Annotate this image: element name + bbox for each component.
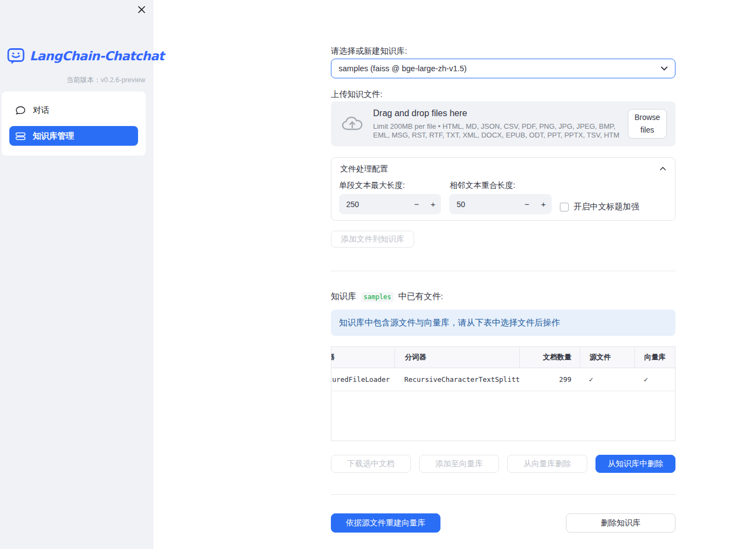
plus-button[interactable]: + (425, 199, 441, 209)
delete-from-kb-button[interactable]: 从知识库中删除 (595, 455, 675, 473)
cloud-upload-icon (341, 115, 364, 133)
chevron-down-icon (661, 66, 668, 71)
cell-source-file-check[interactable]: ✓ (580, 368, 634, 391)
divider (331, 494, 675, 495)
overlap-field: 相邻文本重合长度: 50 − + (449, 180, 551, 214)
column-header-splitter[interactable]: 分词器 (394, 347, 519, 368)
info-text: 知识库中包含源文件与向量库，请从下表中选择文件后操作 (339, 317, 560, 329)
kb-select-label: 请选择或新建知识库: (331, 45, 675, 56)
cell-loader[interactable]: UnstructuredFileLoader (331, 368, 394, 391)
sidebar: LangChain-Chatchat 当前版本：v0.2.6-preview 对… (0, 0, 153, 549)
minus-button[interactable]: − (408, 199, 425, 209)
app-logo: LangChain-Chatchat (7, 47, 164, 65)
dropzone-limit-text: Limit 200MB per file • HTML, MD, JSON, C… (373, 122, 628, 140)
cell-vector-store-check[interactable]: ✓ (634, 368, 675, 391)
kb-actions-row: 依据源文件重建向量库 删除知识库 (331, 513, 675, 533)
chat-bubble-icon (15, 105, 26, 116)
sidebar-item-label: 对话 (33, 105, 49, 116)
dropzone-title: Drag and drop files here (373, 108, 628, 118)
delete-from-vector-store-button[interactable]: 从向量库删除 (507, 455, 587, 473)
zh-title-checkbox[interactable] (560, 203, 569, 211)
file-config-expander: 文件处理配置 单段文本最大长度: 250 − + 相邻文本重合长度: 50 (331, 157, 675, 221)
expander-header[interactable]: 文件处理配置 (331, 158, 675, 180)
minus-button[interactable]: − (519, 199, 535, 209)
file-dropzone[interactable]: Drag and drop files here Limit 200MB per… (331, 101, 675, 146)
file-actions-row: 下载选中文档 添加至向量库 从向量库删除 从知识库中删除 (331, 455, 675, 473)
zh-title-checkbox-label: 开启中文标题加强 (574, 202, 639, 212)
sidebar-close-button[interactable] (136, 4, 146, 14)
browse-files-button[interactable]: Browse files (628, 109, 667, 139)
upload-label: 上传知识文件: (331, 89, 675, 100)
column-header-loader[interactable]: 文档加载器 (331, 347, 394, 368)
cell-doc-count[interactable]: 299 (519, 368, 580, 391)
main-content: 请选择或新建知识库: samples (faiss @ bge-large-zh… (331, 0, 675, 533)
kb-select[interactable]: samples (faiss @ bge-large-zh-v1.5) (331, 59, 675, 78)
close-icon (138, 5, 146, 14)
expander-title: 文件处理配置 (340, 164, 388, 174)
chevron-up-icon (660, 167, 666, 171)
overlap-value[interactable]: 50 (449, 200, 518, 209)
chat-smiley-logo-icon (7, 47, 25, 65)
chunk-size-field: 单段文本最大长度: 250 − + (339, 180, 441, 214)
column-header-doc-count[interactable]: 文档数量 (519, 347, 580, 368)
sidebar-item-kb-management[interactable]: 知识库管理 (9, 126, 138, 146)
kb-files-line: 知识库 samples 中已有文件: (331, 291, 675, 302)
zh-title-checkbox-row[interactable]: 开启中文标题加强 (560, 199, 667, 214)
rebuild-vector-store-button[interactable]: 依据源文件重建向量库 (331, 513, 440, 533)
overlap-input[interactable]: 50 − + (449, 194, 551, 214)
delete-kb-button[interactable]: 删除知识库 (566, 513, 675, 533)
sidebar-menu: 对话 知识库管理 (2, 92, 146, 156)
info-banner: 知识库中包含源文件与向量库，请从下表中选择文件后操作 (331, 310, 675, 336)
table-header-row: 文档加载器 分词器 文档数量 源文件 向量库 (331, 347, 675, 368)
kb-files-table: 文档加载器 分词器 文档数量 源文件 向量库 UnstructuredFileL… (331, 346, 675, 441)
overlap-label: 相邻文本重合长度: (449, 180, 551, 191)
app-title: LangChain-Chatchat (30, 49, 164, 63)
chunk-size-value[interactable]: 250 (339, 200, 408, 209)
column-header-source-file[interactable]: 源文件 (580, 347, 634, 368)
table-row[interactable]: UnstructuredFileLoader RecursiveCharacte… (331, 368, 675, 391)
version-text: 当前版本：v0.2.6-preview (66, 76, 145, 85)
column-header-vector-store[interactable]: 向量库 (634, 347, 675, 368)
expander-body: 单段文本最大长度: 250 − + 相邻文本重合长度: 50 − + 开启中文标… (331, 180, 675, 220)
chunk-size-input[interactable]: 250 − + (339, 194, 441, 214)
sidebar-item-label: 知识库管理 (33, 131, 74, 141)
sidebar-item-dialogue[interactable]: 对话 (9, 100, 138, 120)
download-selected-button[interactable]: 下载选中文档 (331, 455, 411, 473)
chunk-size-label: 单段文本最大长度: (339, 180, 441, 191)
table-inner: 文档加载器 分词器 文档数量 源文件 向量库 UnstructuredFileL… (331, 347, 675, 391)
add-to-vector-store-button[interactable]: 添加至向量库 (419, 455, 499, 473)
kb-list-icon (15, 131, 26, 141)
divider (331, 271, 675, 271)
dropzone-instructions: Drag and drop files here Limit 200MB per… (373, 108, 628, 140)
add-files-to-kb-button[interactable]: 添加文件到知识库 (331, 231, 414, 248)
kb-name-code: samples (361, 292, 394, 302)
kb-select-value: samples (faiss @ bge-large-zh-v1.5) (339, 64, 467, 73)
plus-button[interactable]: + (535, 199, 552, 209)
cell-splitter[interactable]: RecursiveCharacterTextSplitter (394, 368, 519, 391)
